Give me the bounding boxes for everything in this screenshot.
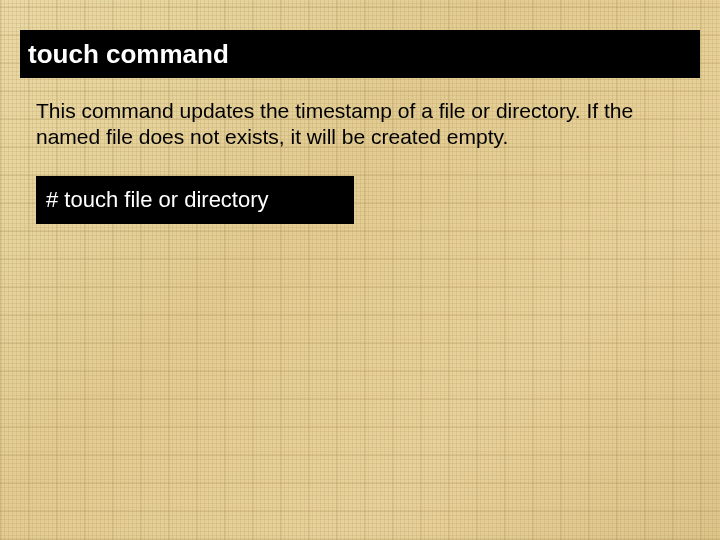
slide-description: This command updates the timestamp of a …	[36, 98, 686, 151]
code-example: # touch file or directory	[36, 176, 354, 224]
slide-title: touch command	[20, 30, 700, 78]
slide: touch command This command updates the t…	[0, 0, 720, 540]
